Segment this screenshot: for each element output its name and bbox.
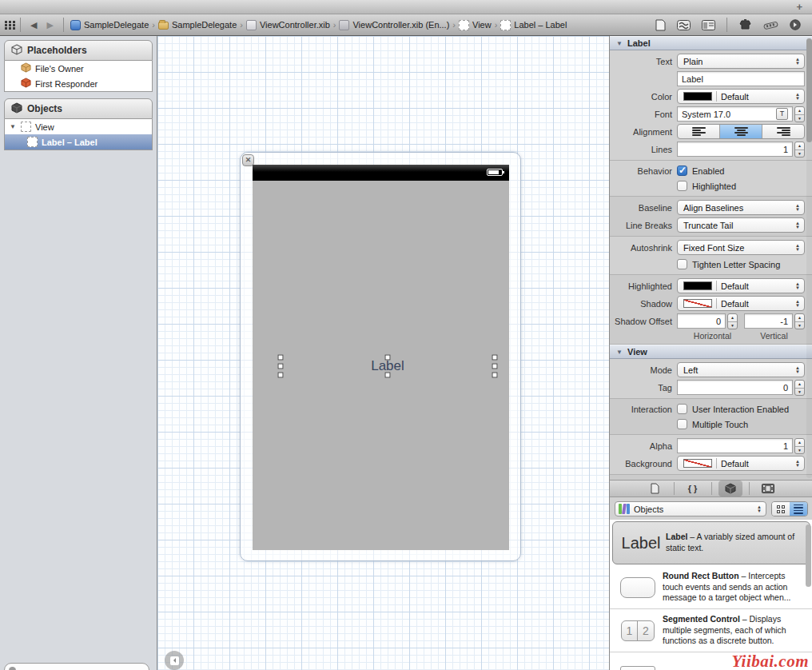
media-library-icon[interactable] [756,481,780,497]
tag-stepper[interactable]: ▲▼ [794,380,805,396]
alpha-stepper[interactable]: ▲▼ [794,438,805,454]
shadow-swatch-none[interactable] [683,299,712,308]
background-popup[interactable]: Default ▲▼ [677,456,805,471]
multiple-touch-checkbox[interactable] [677,419,687,429]
iphone-view[interactable]: Label [253,165,509,550]
highlighted-checkbox[interactable] [677,181,687,191]
highlighted-color-popup[interactable]: Default ▲▼ [677,278,805,293]
color-popup[interactable]: Default ▲▼ [677,89,805,104]
file-template-library-icon[interactable] [643,481,667,497]
resize-handle[interactable] [385,355,391,361]
breadcrumb-separator: › [332,20,338,30]
tag-field[interactable]: 0 [677,380,793,395]
alignment-label: Alignment [613,127,677,137]
back-button[interactable]: ◀ [26,20,42,30]
disclosure-triangle-icon[interactable]: ▼ [10,123,17,130]
resize-handle[interactable] [492,364,498,369]
view-section-header[interactable]: ▼ View [610,345,812,359]
label-text-field[interactable]: Label [677,71,805,86]
library-scope-popup[interactable]: Objects ▲▼ [615,501,766,516]
library-item-label[interactable]: Label Label – A variably sized amount of… [612,521,810,564]
xib-file-icon [246,20,257,30]
files-owner-cube-icon [21,62,31,74]
label-row-selected[interactable]: Label – Label [5,134,152,150]
color-swatch-black[interactable] [683,92,712,101]
align-center-segment[interactable] [720,125,762,138]
shadow-vertical-stepper[interactable]: ▲▼ [794,313,805,329]
icon-view-button[interactable] [772,502,790,516]
baseline-group: Baseline Align Baselines ▲▼ Line Breaks … [610,197,812,237]
forward-button[interactable]: ▶ [42,20,58,30]
line-breaks-popup[interactable]: Truncate Tail ▲▼ [677,217,805,233]
library-item-segmented-control[interactable]: 12 Segmented Control – Displays multiple… [610,609,812,652]
breadcrumb-localization[interactable]: ViewController.xib (En...) [337,20,451,30]
grid-view-icon [777,505,785,513]
label-section-header[interactable]: ▼ Label [610,36,812,50]
list-view-button[interactable] [790,502,807,516]
resize-handle[interactable] [278,355,284,361]
autoshrink-popup[interactable]: Fixed Font Size ▲▼ [677,240,805,255]
selected-label-frame[interactable]: Label [281,357,495,375]
breadcrumb-view[interactable]: View [457,20,493,30]
shadow-color-popup[interactable]: Default ▲▼ [677,296,805,311]
related-items-icon[interactable] [5,21,15,30]
search-icon [9,667,16,670]
library-item-round-rect-button[interactable]: Round Rect Button – Intercepts touch eve… [610,566,812,609]
popup-arrows-icon: ▲▼ [795,93,801,100]
view-row[interactable]: ▼ View [5,119,152,134]
object-library-icon[interactable] [718,481,742,497]
align-right-segment[interactable] [762,125,804,138]
cube-filled-icon [11,102,22,116]
font-size-stepper[interactable]: ▲▼ [794,106,805,122]
enabled-checkbox[interactable] [677,166,687,176]
outline-toggle-button[interactable] [165,651,184,670]
shadow-horizontal-stepper[interactable]: ▲▼ [727,313,738,329]
utilities-toggle-icon[interactable] [738,19,752,30]
tighten-letter-spacing-checkbox[interactable] [677,259,687,269]
text-label: Text [613,57,677,66]
library-scrollbar[interactable] [806,521,812,668]
first-responder-row[interactable]: First Responder [5,76,152,91]
user-interaction-checkbox[interactable] [677,404,687,414]
objects-header[interactable]: Objects [4,98,153,119]
alpha-group: Alpha 1 ▲▼ Background Default [610,435,812,475]
standard-editor-icon[interactable] [655,19,666,31]
align-left-segment[interactable] [678,125,720,138]
inspector-scrollbar[interactable] [806,38,812,478]
baseline-popup[interactable]: Align Baselines ▲▼ [677,200,805,215]
outline-toggle-icon [170,656,179,665]
assistant-editor-icon[interactable] [677,20,691,30]
alpha-field[interactable]: 1 [677,438,793,453]
resize-handle[interactable] [385,373,391,378]
breadcrumb-group[interactable]: SampleDelegate [157,20,238,30]
shadow-horizontal-field[interactable]: 0 [677,313,726,329]
ib-canvas[interactable]: ✕ Label [157,36,609,670]
titlebar-plus-icon[interactable]: + [796,1,802,13]
text-style-popup[interactable]: Plain ▲▼ [677,54,805,69]
outline-filter-field[interactable] [4,663,149,670]
organizer-icon[interactable] [763,20,778,30]
resize-handle[interactable] [278,364,284,369]
breadcrumb-project[interactable]: SampleDelegate [69,20,150,30]
version-editor-icon[interactable] [702,20,715,30]
files-owner-row[interactable]: File's Owner [5,61,152,76]
horizontal-sublabel: Horizontal [682,331,743,341]
shadow-vertical-field[interactable]: -1 [744,313,793,329]
placeholders-header[interactable]: Placeholders [4,40,153,61]
font-picker-button[interactable]: T [776,108,788,120]
font-field[interactable]: System 17.0 T [677,106,793,122]
resize-handle[interactable] [492,373,498,378]
resize-handle[interactable] [492,355,498,361]
lines-stepper[interactable]: ▲▼ [794,142,805,158]
breadcrumb-separator: › [238,20,245,30]
breadcrumb-label[interactable]: Label – Label [499,20,568,30]
highlighted-swatch[interactable] [683,281,712,290]
breadcrumb-file[interactable]: ViewController.xib [245,20,332,30]
forward-circle-icon[interactable] [790,19,801,30]
background-swatch-none[interactable] [683,459,712,468]
code-snippet-library-icon[interactable]: { } [681,481,705,497]
resize-handle[interactable] [278,373,284,378]
mode-popup[interactable]: Left ▲▼ [677,362,805,377]
lines-field[interactable]: 1 [677,142,793,157]
design-surface[interactable]: ✕ Label [240,152,521,561]
